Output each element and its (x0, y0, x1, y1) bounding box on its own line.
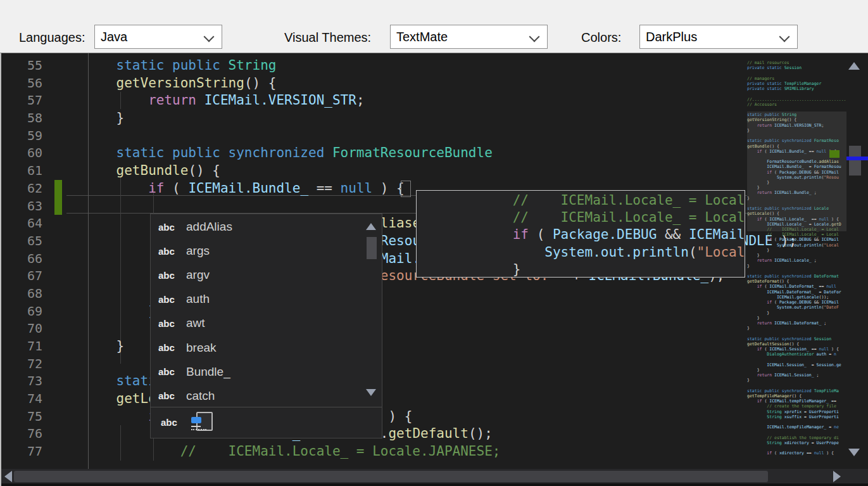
completion-item[interactable]: abcaddAlias (151, 215, 382, 239)
tooltip-line: } (417, 261, 745, 278)
tooltip-line: // ICEMail.Locale_ = Locale (417, 192, 745, 209)
minimap-line: } (747, 368, 846, 373)
scrollbar-right-arrow-icon[interactable] (833, 471, 841, 482)
minimap-line: // managers (747, 76, 846, 81)
minimap-line: String xsuffix = UserProperti (747, 414, 846, 419)
completion-item[interactable]: abcargs (151, 239, 382, 263)
completion-item-label: args (186, 244, 210, 258)
completion-item-label: addAlias (186, 220, 232, 234)
code-line: 70 return ICEMail.Bundle_ ; (0, 320, 868, 338)
minimap-line: private static TempFileManager (747, 81, 846, 86)
minimap-line: if ( ICEMail.tempFileManager_ == (747, 399, 846, 404)
gutter-separator (88, 53, 89, 469)
code-text (42, 198, 84, 215)
code-line: 55 static public String (0, 57, 868, 75)
line-number: 55 (0, 57, 42, 75)
completion-popup: abcaddAliasabcargsabcargvabcauthabcawtab… (150, 214, 382, 438)
line-number: 58 (0, 110, 42, 127)
code-text: return ICEMail.VERSION_STR; (42, 92, 365, 110)
line-number: 72 (0, 355, 42, 373)
code-text: getVersionString() { (42, 75, 276, 93)
minimap-line: if ( Package.DEBUG && ICEMail (747, 237, 846, 242)
line-number: 63 (0, 198, 42, 215)
completion-item-label: catch (186, 389, 215, 403)
minimap-line: String xprefix = UserProperti (747, 409, 846, 414)
line-number: 57 (0, 92, 42, 110)
minimap-line: return ICEMail.Session_ ; (747, 373, 846, 378)
minimap-line: } (747, 310, 846, 316)
minimap-line: DialogAuthenticator auth = n (747, 352, 846, 357)
code-text: if ( ICEMail.Bundle_ == null ) { (42, 180, 405, 198)
themes-select[interactable]: TextMate (390, 25, 548, 49)
minimap-line: static public synchronized Session (747, 336, 846, 342)
line-number: 67 (0, 267, 42, 285)
colors-select[interactable]: DarkPlus (639, 25, 798, 49)
minimap-line (747, 357, 846, 362)
abc-icon: abc (151, 222, 186, 233)
completion-item[interactable]: abcargv (151, 263, 382, 287)
code-text: } (42, 303, 156, 321)
line-number: 70 (0, 320, 42, 338)
line-number: 75 (0, 408, 42, 426)
line-number: 74 (0, 390, 42, 408)
minimap-line (747, 91, 846, 96)
completion-item[interactable]: abcBundle_ (151, 360, 382, 384)
snippet-preview-icon[interactable] (191, 412, 214, 433)
minimap-line (747, 445, 846, 451)
completion-item[interactable]: abcbreak (151, 335, 382, 359)
vertical-scrollbar-thumb[interactable] (849, 146, 861, 176)
abc-icon: abc (151, 318, 186, 329)
completion-scroll-up-icon[interactable] (366, 223, 376, 230)
chevron-down-icon (204, 32, 215, 42)
minimap-line: // establish the temporary di (747, 435, 846, 440)
minimap-line: System.out.println("DateF (747, 305, 846, 310)
tooltip-line: if ( Package.DEBUG && ICEMail.DEBUG (417, 226, 745, 243)
minimap-line: static public synchronized DateFormat (747, 274, 846, 279)
completion-scroll-down-icon[interactable] (366, 389, 376, 396)
abc-icon: abc (151, 270, 186, 281)
line-number: 60 (0, 144, 42, 162)
minimap-line: if ( ICEMail.Session_ == null ) { (747, 347, 846, 352)
code-line: 71 } (0, 338, 868, 355)
scrollbar-left-arrow-icon[interactable] (4, 471, 12, 482)
line-number: 61 (0, 162, 42, 180)
completion-scrollbar-thumb[interactable] (367, 237, 377, 259)
line-number: 56 (0, 75, 42, 93)
minimap-line: ICEMail.Session_ = Session.ge (747, 362, 846, 368)
minimap-line (747, 70, 846, 75)
line-number: 76 (0, 425, 42, 443)
code-line: 74 getLocale() { (0, 390, 868, 408)
minimap-line: } (747, 378, 846, 383)
abc-icon: abc (153, 417, 189, 428)
completion-item-label: auth (186, 292, 210, 306)
completion-list: abcaddAliasabcargsabcargvabcauthabcawtab… (151, 215, 382, 407)
line-number: 73 (0, 373, 42, 390)
code-line: 75 if ( ICEMail.Locale_ == null ) { (0, 408, 868, 426)
code-text: // ICEMail.Locale_ = Locale.JAPANESE; (42, 443, 500, 461)
minimap-viewport[interactable] (747, 112, 846, 231)
languages-select[interactable]: Java (94, 25, 222, 49)
languages-value: Java (101, 30, 127, 44)
colors-label: Colors: (581, 30, 621, 45)
code-line: 68 } (0, 285, 868, 303)
languages-label: Languages: (19, 30, 85, 45)
code-line: 59 (0, 127, 868, 145)
code-text: } (42, 110, 124, 127)
completion-item[interactable]: abcauth (151, 287, 382, 311)
minimap-line (747, 383, 846, 388)
horizontal-scrollbar-edge (0, 483, 868, 486)
minimap-line: System.out.println("Local (747, 243, 846, 248)
completion-item[interactable]: abcawt (151, 311, 382, 335)
completion-item[interactable]: abccatch (151, 384, 382, 407)
minimap-line: // create the temporary file (747, 404, 846, 409)
code-editor[interactable]: 55 static public String56 getVersionStri… (0, 53, 868, 486)
minimap-line (747, 419, 846, 425)
minimap-line: //......................................… (747, 97, 846, 102)
line-number: 59 (0, 127, 42, 145)
horizontal-scrollbar-thumb[interactable] (14, 471, 768, 482)
line-number: 69 (0, 303, 42, 321)
gutter-change-marker (54, 180, 62, 215)
line-number: 71 (0, 338, 42, 355)
minimap-line: ICEMail.getLocale()); (747, 295, 846, 300)
line-number: 66 (0, 250, 42, 268)
